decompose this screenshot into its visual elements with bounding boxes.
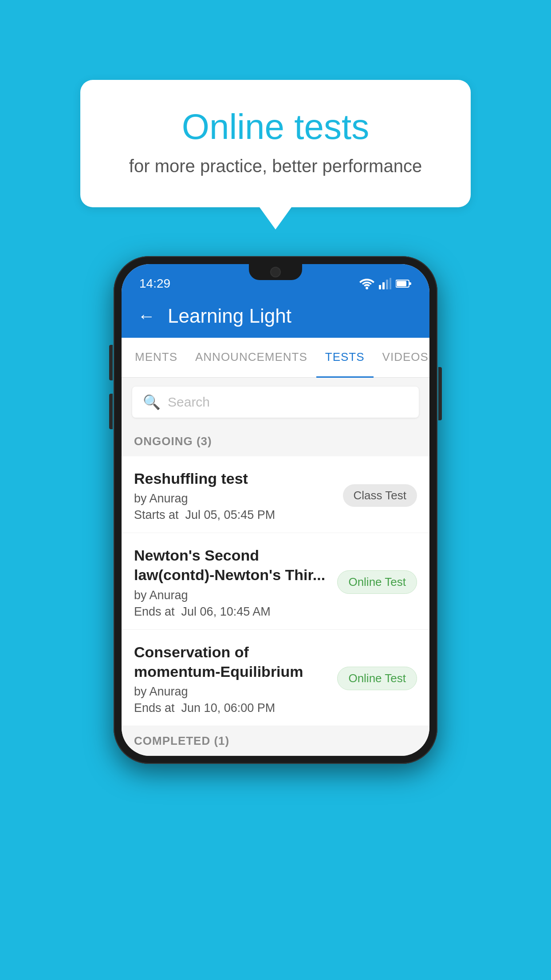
phone-notch xyxy=(249,264,302,280)
test-badge-3: Online Test xyxy=(337,667,417,690)
signal-icon xyxy=(379,278,391,289)
phone-wrapper: 14:29 xyxy=(114,256,437,764)
tabs-container: MENTS ANNOUNCEMENTS TESTS VIDEOS xyxy=(122,338,429,378)
test-list: Reshuffling test by Anurag Starts at Jul… xyxy=(122,456,429,726)
tab-tests[interactable]: TESTS xyxy=(316,338,374,378)
test-item[interactable]: Reshuffling test by Anurag Starts at Jul… xyxy=(122,456,429,533)
svg-rect-7 xyxy=(409,282,411,285)
test-name-3: Conservation of momentum-Equilibrium xyxy=(134,642,328,681)
test-info-3: Conservation of momentum-Equilibrium by … xyxy=(134,642,337,715)
tab-videos[interactable]: VIDEOS xyxy=(374,338,429,378)
phone-button-vol-up xyxy=(109,345,113,380)
status-time: 14:29 xyxy=(139,277,170,291)
phone-button-vol-down xyxy=(109,394,113,429)
search-container: 🔍 Search xyxy=(122,378,429,427)
tab-announcements[interactable]: ANNOUNCEMENTS xyxy=(186,338,316,378)
test-name-1: Reshuffling test xyxy=(134,469,334,488)
test-item[interactable]: Conservation of momentum-Equilibrium by … xyxy=(122,630,429,726)
test-time-2: Ends at Jul 06, 10:45 AM xyxy=(134,605,328,619)
test-time-3: Ends at Jun 10, 06:00 PM xyxy=(134,701,328,715)
speech-bubble-subtitle: for more practice, better performance xyxy=(116,156,435,176)
phone-camera xyxy=(270,267,281,277)
phone-screen: 14:29 xyxy=(122,264,429,756)
test-author-2: by Anurag xyxy=(134,589,328,602)
completed-section-header: COMPLETED (1) xyxy=(122,726,429,756)
search-input[interactable]: Search xyxy=(168,395,210,410)
svg-rect-6 xyxy=(397,281,406,286)
test-item[interactable]: Newton's Second law(contd)-Newton's Thir… xyxy=(122,533,429,629)
test-author-3: by Anurag xyxy=(134,685,328,699)
tab-ments[interactable]: MENTS xyxy=(126,338,186,378)
battery-icon xyxy=(396,279,412,288)
test-time-1: Starts at Jul 05, 05:45 PM xyxy=(134,508,334,522)
phone-button-power xyxy=(438,367,442,420)
test-name-2: Newton's Second law(contd)-Newton's Thir… xyxy=(134,545,328,585)
svg-rect-3 xyxy=(386,280,388,289)
speech-bubble-title: Online tests xyxy=(116,107,435,147)
test-badge-1: Class Test xyxy=(343,484,417,507)
search-input-wrapper[interactable]: 🔍 Search xyxy=(132,387,419,418)
test-info-2: Newton's Second law(contd)-Newton's Thir… xyxy=(134,545,337,618)
speech-bubble-arrow xyxy=(260,207,291,229)
phone-outer: 14:29 xyxy=(114,256,437,764)
svg-point-0 xyxy=(366,287,368,289)
svg-rect-4 xyxy=(390,278,391,289)
test-badge-2: Online Test xyxy=(337,570,417,594)
svg-rect-2 xyxy=(382,282,385,289)
wifi-icon xyxy=(359,278,374,289)
back-button[interactable]: ← xyxy=(138,306,155,326)
status-icons xyxy=(359,278,412,289)
search-icon: 🔍 xyxy=(143,394,161,411)
test-info-1: Reshuffling test by Anurag Starts at Jul… xyxy=(134,469,343,522)
app-header: ← Learning Light xyxy=(122,296,429,338)
test-author-1: by Anurag xyxy=(134,492,334,506)
ongoing-section-header: ONGOING (3) xyxy=(122,427,429,456)
svg-rect-1 xyxy=(379,285,381,289)
speech-bubble: Online tests for more practice, better p… xyxy=(80,80,471,207)
speech-bubble-wrapper: Online tests for more practice, better p… xyxy=(80,80,471,229)
app-title: Learning Light xyxy=(168,305,291,327)
